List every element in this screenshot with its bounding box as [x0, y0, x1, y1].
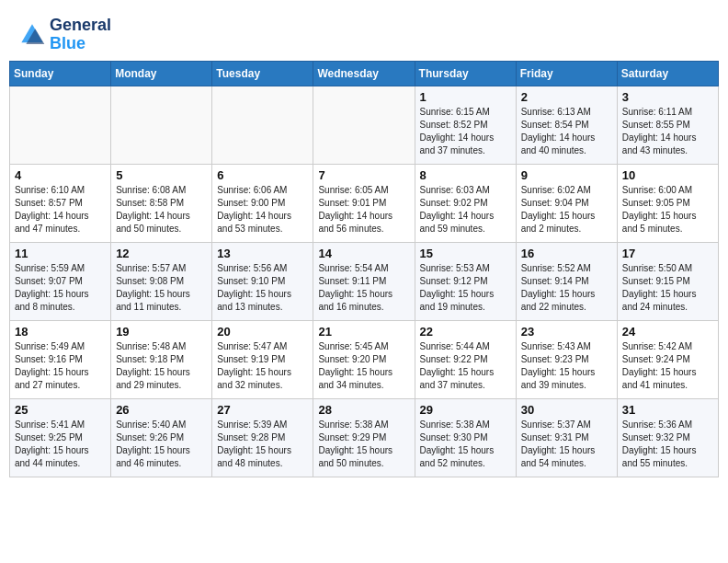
day-number: 9: [521, 168, 612, 182]
page-header: General Blue: [9, 9, 719, 61]
day-info: Sunrise: 5:39 AMSunset: 9:28 PMDaylight:…: [217, 419, 308, 470]
calendar-cell: 7Sunrise: 6:05 AMSunset: 9:01 PMDaylight…: [313, 164, 415, 242]
calendar-cell: 4Sunrise: 6:10 AMSunset: 8:57 PMDaylight…: [10, 164, 111, 242]
weekday-header-thursday: Thursday: [415, 61, 516, 86]
day-number: 24: [622, 325, 713, 339]
weekday-header-monday: Monday: [111, 61, 212, 86]
calendar-cell: 21Sunrise: 5:45 AMSunset: 9:20 PMDayligh…: [313, 320, 415, 398]
day-info: Sunrise: 5:59 AMSunset: 9:07 PMDaylight:…: [15, 262, 106, 314]
weekday-header-sunday: Sunday: [10, 61, 111, 86]
calendar-week-3: 11Sunrise: 5:59 AMSunset: 9:07 PMDayligh…: [10, 242, 719, 320]
day-info: Sunrise: 5:50 AMSunset: 9:15 PMDaylight:…: [622, 262, 713, 314]
day-number: 19: [116, 325, 207, 339]
day-number: 4: [15, 168, 106, 182]
calendar-cell: 28Sunrise: 5:38 AMSunset: 9:29 PMDayligh…: [313, 398, 415, 477]
day-info: Sunrise: 5:43 AMSunset: 9:23 PMDaylight:…: [521, 340, 612, 392]
day-number: 10: [622, 168, 713, 182]
day-info: Sunrise: 6:06 AMSunset: 9:00 PMDaylight:…: [217, 184, 308, 236]
day-info: Sunrise: 5:42 AMSunset: 9:24 PMDaylight:…: [622, 340, 713, 392]
calendar-cell: 2Sunrise: 6:13 AMSunset: 8:54 PMDaylight…: [516, 86, 617, 164]
calendar-week-5: 25Sunrise: 5:41 AMSunset: 9:25 PMDayligh…: [10, 398, 719, 477]
day-number: 15: [420, 247, 511, 260]
calendar-cell: 26Sunrise: 5:40 AMSunset: 9:26 PMDayligh…: [111, 398, 212, 477]
day-number: 16: [521, 247, 612, 260]
calendar-cell: 19Sunrise: 5:48 AMSunset: 9:18 PMDayligh…: [111, 320, 212, 398]
day-info: Sunrise: 6:08 AMSunset: 8:58 PMDaylight:…: [116, 184, 207, 236]
calendar-cell: 17Sunrise: 5:50 AMSunset: 9:15 PMDayligh…: [617, 242, 718, 320]
day-number: 25: [15, 403, 106, 417]
day-info: Sunrise: 6:11 AMSunset: 8:55 PMDaylight:…: [622, 106, 713, 157]
day-number: 23: [521, 325, 612, 339]
calendar-cell: 23Sunrise: 5:43 AMSunset: 9:23 PMDayligh…: [516, 320, 617, 398]
logo-text: General Blue: [50, 17, 111, 53]
calendar-cell: 15Sunrise: 5:53 AMSunset: 9:12 PMDayligh…: [415, 242, 516, 320]
day-number: 14: [318, 247, 409, 260]
weekday-header-saturday: Saturday: [617, 61, 718, 86]
calendar-cell: 10Sunrise: 6:00 AMSunset: 9:05 PMDayligh…: [617, 164, 718, 242]
day-info: Sunrise: 6:15 AMSunset: 8:52 PMDaylight:…: [420, 106, 511, 157]
weekday-header-tuesday: Tuesday: [212, 61, 313, 86]
calendar-week-1: 1Sunrise: 6:15 AMSunset: 8:52 PMDaylight…: [10, 86, 719, 164]
calendar-cell: [10, 86, 111, 164]
day-number: 11: [15, 247, 106, 260]
weekday-header-wednesday: Wednesday: [313, 61, 415, 86]
calendar-cell: 30Sunrise: 5:37 AMSunset: 9:31 PMDayligh…: [516, 398, 617, 477]
day-info: Sunrise: 6:02 AMSunset: 9:04 PMDaylight:…: [521, 184, 612, 236]
calendar-cell: 22Sunrise: 5:44 AMSunset: 9:22 PMDayligh…: [415, 320, 516, 398]
calendar-cell: 20Sunrise: 5:47 AMSunset: 9:19 PMDayligh…: [212, 320, 313, 398]
day-info: Sunrise: 5:48 AMSunset: 9:18 PMDaylight:…: [116, 340, 207, 392]
day-info: Sunrise: 5:54 AMSunset: 9:11 PMDaylight:…: [318, 262, 409, 314]
calendar-cell: [313, 86, 415, 164]
day-info: Sunrise: 5:52 AMSunset: 9:14 PMDaylight:…: [521, 262, 612, 314]
calendar-cell: 12Sunrise: 5:57 AMSunset: 9:08 PMDayligh…: [111, 242, 212, 320]
day-number: 3: [622, 90, 713, 104]
day-info: Sunrise: 5:40 AMSunset: 9:26 PMDaylight:…: [116, 419, 207, 470]
day-number: 17: [622, 247, 713, 260]
day-info: Sunrise: 5:44 AMSunset: 9:22 PMDaylight:…: [420, 340, 511, 392]
day-number: 21: [318, 325, 409, 339]
calendar-cell: 13Sunrise: 5:56 AMSunset: 9:10 PMDayligh…: [212, 242, 313, 320]
day-number: 28: [318, 403, 409, 417]
calendar-cell: 14Sunrise: 5:54 AMSunset: 9:11 PMDayligh…: [313, 242, 415, 320]
calendar-cell: 31Sunrise: 5:36 AMSunset: 9:32 PMDayligh…: [617, 398, 718, 477]
calendar-table: SundayMondayTuesdayWednesdayThursdayFrid…: [9, 61, 719, 477]
day-info: Sunrise: 5:57 AMSunset: 9:08 PMDaylight:…: [116, 262, 207, 314]
calendar-cell: 6Sunrise: 6:06 AMSunset: 9:00 PMDaylight…: [212, 164, 313, 242]
day-number: 31: [622, 403, 713, 417]
calendar-cell: [212, 86, 313, 164]
day-number: 26: [116, 403, 207, 417]
calendar-cell: 5Sunrise: 6:08 AMSunset: 8:58 PMDaylight…: [111, 164, 212, 242]
day-info: Sunrise: 6:10 AMSunset: 8:57 PMDaylight:…: [15, 184, 106, 236]
day-info: Sunrise: 6:03 AMSunset: 9:02 PMDaylight:…: [420, 184, 511, 236]
calendar-cell: 24Sunrise: 5:42 AMSunset: 9:24 PMDayligh…: [617, 320, 718, 398]
day-number: 13: [217, 247, 308, 260]
day-info: Sunrise: 5:53 AMSunset: 9:12 PMDaylight:…: [420, 262, 511, 314]
day-number: 7: [318, 168, 409, 182]
day-number: 27: [217, 403, 308, 417]
day-number: 5: [116, 168, 207, 182]
day-info: Sunrise: 6:00 AMSunset: 9:05 PMDaylight:…: [622, 184, 713, 236]
day-number: 30: [521, 403, 612, 417]
day-info: Sunrise: 5:37 AMSunset: 9:31 PMDaylight:…: [521, 419, 612, 470]
day-number: 29: [420, 403, 511, 417]
day-number: 22: [420, 325, 511, 339]
day-info: Sunrise: 5:49 AMSunset: 9:16 PMDaylight:…: [15, 340, 106, 392]
day-info: Sunrise: 5:56 AMSunset: 9:10 PMDaylight:…: [217, 262, 308, 314]
calendar-header: SundayMondayTuesdayWednesdayThursdayFrid…: [10, 61, 719, 86]
logo-icon: [18, 21, 46, 49]
calendar-cell: 29Sunrise: 5:38 AMSunset: 9:30 PMDayligh…: [415, 398, 516, 477]
day-number: 20: [217, 325, 308, 339]
calendar-week-2: 4Sunrise: 6:10 AMSunset: 8:57 PMDaylight…: [10, 164, 719, 242]
day-info: Sunrise: 6:05 AMSunset: 9:01 PMDaylight:…: [318, 184, 409, 236]
day-info: Sunrise: 5:47 AMSunset: 9:19 PMDaylight:…: [217, 340, 308, 392]
day-info: Sunrise: 5:38 AMSunset: 9:29 PMDaylight:…: [318, 419, 409, 470]
calendar-cell: 27Sunrise: 5:39 AMSunset: 9:28 PMDayligh…: [212, 398, 313, 477]
calendar-cell: [111, 86, 212, 164]
calendar-cell: 1Sunrise: 6:15 AMSunset: 8:52 PMDaylight…: [415, 86, 516, 164]
day-info: Sunrise: 5:38 AMSunset: 9:30 PMDaylight:…: [420, 419, 511, 470]
day-info: Sunrise: 5:45 AMSunset: 9:20 PMDaylight:…: [318, 340, 409, 392]
logo: General Blue: [18, 17, 111, 53]
calendar-week-4: 18Sunrise: 5:49 AMSunset: 9:16 PMDayligh…: [10, 320, 719, 398]
calendar-cell: 25Sunrise: 5:41 AMSunset: 9:25 PMDayligh…: [10, 398, 111, 477]
day-number: 12: [116, 247, 207, 260]
